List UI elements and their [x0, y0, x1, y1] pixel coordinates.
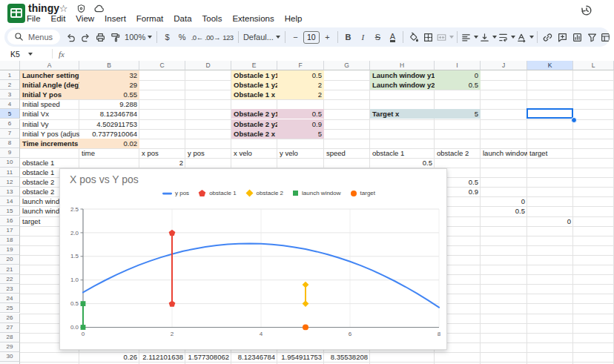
cell-A6[interactable]: Initial Vy [20, 119, 79, 129]
column-header-C[interactable]: C [139, 61, 185, 70]
row-header-10[interactable]: 10 [0, 158, 20, 168]
cell-K16[interactable]: 0 [527, 216, 573, 226]
cell-F9[interactable]: y velo [277, 148, 324, 158]
cell-I5[interactable]: 5 [435, 109, 481, 119]
horizontal-align-button[interactable] [460, 30, 478, 44]
cell-E3[interactable]: Obstacle 1 x [231, 90, 277, 99]
column-header-G[interactable]: G [324, 61, 370, 70]
cloud-status-icon[interactable] [93, 3, 105, 14]
cell-B4[interactable]: 9.288 [79, 99, 139, 109]
row-header-1[interactable]: 1 [0, 70, 20, 80]
menu-data[interactable]: Data [174, 14, 191, 23]
version-history-icon[interactable] [580, 4, 595, 19]
access-status-icon[interactable] [76, 3, 87, 14]
cell-A3[interactable]: Initial Y pos [20, 90, 79, 99]
cell-C30[interactable]: 2.112101638 [139, 352, 185, 362]
name-box[interactable]: K5 [0, 50, 50, 59]
menu-help[interactable]: Help [285, 14, 303, 23]
cell-H5[interactable]: Target x [370, 109, 435, 119]
select-all-corner[interactable] [0, 61, 20, 70]
text-color-button[interactable]: A [386, 30, 400, 44]
column-header-F[interactable]: F [277, 61, 324, 70]
cell-A8[interactable]: Time increments [20, 139, 79, 148]
cell-H1[interactable]: Launch window y1 [370, 70, 435, 80]
row-header-19[interactable]: 19 [0, 245, 20, 255]
row-header-24[interactable]: 24 [0, 294, 20, 303]
merge-cells-button[interactable] [436, 30, 454, 44]
row-header-5[interactable]: 5 [0, 109, 20, 119]
column-header-H[interactable]: H [370, 61, 435, 70]
borders-button[interactable] [421, 30, 435, 44]
cell-E7[interactable]: Obstacle 2 x [231, 129, 277, 139]
cell-D9[interactable]: y pos [185, 148, 231, 158]
row-header-22[interactable]: 22 [0, 274, 20, 284]
row-header-2[interactable]: 2 [0, 80, 20, 90]
italic-button[interactable]: I [356, 30, 370, 44]
column-header-K[interactable]: K [527, 61, 573, 70]
menu-extensions[interactable]: Extensions [232, 14, 274, 23]
sheets-logo-icon[interactable] [7, 4, 26, 23]
column-header-E[interactable]: E [231, 61, 277, 70]
cell-A10[interactable]: obstacle 1 [20, 158, 79, 168]
menu-file[interactable]: File [27, 14, 41, 23]
star-icon[interactable]: ☆ [58, 3, 69, 14]
table-views-button[interactable] [600, 30, 610, 44]
menus-search[interactable]: Menus [7, 30, 60, 44]
redo-button[interactable] [79, 30, 93, 44]
row-header-17[interactable]: 17 [0, 226, 20, 236]
more-formats-button[interactable]: 123 [221, 30, 235, 44]
cell-E2[interactable]: Obstacle 1 y2 [231, 80, 277, 90]
row-header-28[interactable]: 28 [0, 333, 20, 343]
cell-H9[interactable]: obstacle 1 [370, 148, 435, 158]
row-header-16[interactable]: 16 [0, 216, 20, 226]
menu-view[interactable]: View [76, 14, 94, 23]
increase-font-size-button[interactable]: + [320, 30, 334, 44]
font-size-input[interactable]: 10 [303, 30, 320, 44]
cell-J9[interactable]: launch window [481, 148, 527, 158]
row-header-23[interactable]: 23 [0, 284, 20, 294]
row-header-20[interactable]: 20 [0, 255, 20, 265]
menu-format[interactable]: Format [136, 14, 163, 23]
increase-decimal-places-button[interactable]: .00→ [205, 30, 220, 44]
row-header-6[interactable]: 6 [0, 119, 20, 129]
cell-I9[interactable]: obstacle 2 [435, 148, 481, 158]
format-currency-button[interactable]: $ [160, 30, 174, 44]
row-header-3[interactable]: 3 [0, 90, 20, 99]
cell-B1[interactable]: 32 [79, 70, 139, 80]
row-header-15[interactable]: 15 [0, 206, 20, 216]
column-header-A[interactable]: A [20, 61, 79, 70]
vertical-align-button[interactable] [479, 30, 497, 44]
bold-button[interactable]: B [341, 30, 355, 44]
cell-A7[interactable]: Initial Y pos (adjusted) [20, 129, 79, 139]
insert-comment-button[interactable] [555, 30, 570, 44]
cell-B2[interactable]: 29 [79, 80, 139, 90]
undo-button[interactable] [64, 30, 78, 44]
text-wrapping-button[interactable] [498, 30, 515, 44]
cell-F6[interactable]: 0.9 [277, 119, 324, 129]
cell-E1[interactable]: Obstacle 1 y1 [231, 70, 277, 80]
zoom-select[interactable]: 100% [123, 30, 154, 44]
cell-H2[interactable]: Launch window y2 [370, 80, 435, 90]
active-cell-selection[interactable] [526, 108, 573, 119]
menu-tools[interactable]: Tools [202, 14, 222, 23]
insert-link-button[interactable] [541, 30, 555, 44]
cell-B9[interactable]: time [79, 148, 139, 158]
cell-F2[interactable]: 2 [277, 80, 324, 90]
text-rotation-button[interactable] [516, 30, 534, 44]
cell-B7[interactable]: 0.7377910064 [79, 129, 139, 139]
row-header-26[interactable]: 26 [0, 314, 20, 323]
row-header-18[interactable]: 18 [0, 236, 20, 245]
column-header-L[interactable]: L [573, 61, 614, 70]
cell-A4[interactable]: Initial speed [20, 99, 79, 109]
cell-F5[interactable]: 0.5 [277, 109, 324, 119]
cell-D30[interactable]: 1.577308062 [185, 352, 231, 362]
cell-J14[interactable]: 0 [481, 196, 527, 206]
print-button[interactable] [93, 30, 108, 44]
cell-B30[interactable]: 0.26 [79, 352, 139, 362]
format-percent-button[interactable]: % [175, 30, 189, 44]
row-header-25[interactable]: 25 [0, 303, 20, 313]
cell-E5[interactable]: Obstacle 2 y1 [231, 109, 277, 119]
row-header-9[interactable]: 9 [0, 148, 20, 158]
decrease-font-size-button[interactable]: − [288, 30, 303, 44]
row-header-27[interactable]: 27 [0, 323, 20, 333]
